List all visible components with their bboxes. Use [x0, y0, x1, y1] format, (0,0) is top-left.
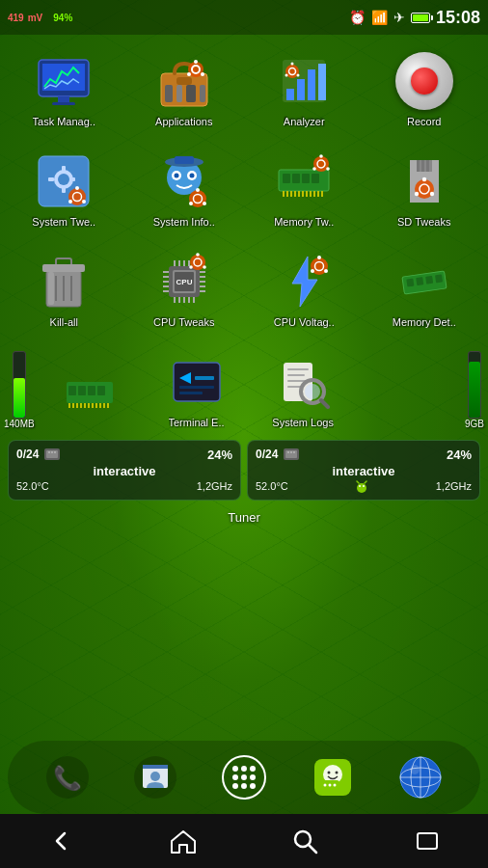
analyzer-icon	[273, 50, 335, 112]
svg-point-191	[250, 783, 256, 789]
svg-rect-129	[425, 276, 433, 285]
app-record[interactable]: Record	[365, 42, 485, 135]
left-vbar-container: 140MB	[4, 351, 35, 429]
app-terminal[interactable]: Terminal E..	[143, 343, 250, 436]
nav-search-button[interactable]	[276, 822, 334, 860]
svg-rect-58	[283, 191, 285, 197]
svg-rect-132	[68, 386, 76, 395]
svg-rect-109	[178, 297, 180, 303]
app-cpu-voltage[interactable]: CPU Voltag..	[244, 243, 365, 336]
cpu-right-icon	[282, 447, 301, 462]
cpu-widget-right[interactable]: 0/24 24% interactive 52.0°C	[247, 440, 480, 501]
svg-point-185	[250, 766, 256, 772]
dock-phone[interactable]: 📞	[39, 748, 96, 806]
svg-rect-98	[200, 271, 205, 273]
cpu-right-pct: 24%	[447, 448, 472, 462]
svg-line-174	[357, 481, 359, 483]
svg-rect-138	[76, 403, 78, 408]
nav-bar	[0, 814, 488, 868]
svg-rect-7	[176, 77, 192, 85]
svg-rect-136	[68, 403, 70, 408]
svg-point-189	[232, 783, 238, 789]
row4-grid: Terminal E..	[37, 343, 463, 436]
svg-rect-18	[286, 89, 294, 100]
nav-home-button[interactable]	[154, 822, 212, 860]
svg-rect-55	[292, 174, 300, 183]
app-grid-row2: System Twe..	[0, 143, 488, 243]
kill-all-icon	[33, 251, 95, 312]
svg-rect-210	[418, 833, 437, 849]
svg-point-38	[82, 200, 86, 203]
svg-point-49	[196, 188, 200, 192]
svg-point-115	[196, 253, 200, 257]
svg-rect-165	[54, 451, 56, 453]
app-applications[interactable]: Applications	[124, 42, 245, 135]
svg-marker-207	[172, 831, 195, 853]
dock-contacts[interactable]	[126, 748, 184, 806]
dock-browser[interactable]	[392, 748, 449, 806]
dock-app-drawer[interactable]	[215, 748, 273, 806]
dock-messages[interactable]	[304, 748, 362, 806]
clock: 15:08	[436, 8, 480, 28]
battery-icon	[411, 13, 430, 23]
left-vbar-fill	[14, 378, 25, 418]
svg-rect-102	[200, 290, 205, 292]
app-system-logs[interactable]: System Logs	[250, 343, 357, 436]
svg-rect-57	[312, 174, 319, 183]
system-tweaks-label: System Twe..	[32, 216, 95, 228]
svg-point-122	[317, 256, 321, 259]
svg-point-77	[415, 179, 434, 199]
svg-rect-108	[174, 297, 176, 303]
svg-rect-31	[62, 166, 66, 172]
svg-rect-127	[406, 279, 414, 287]
svg-point-184	[241, 766, 247, 772]
svg-rect-74	[417, 160, 420, 172]
svg-point-50	[203, 202, 206, 205]
app-ram-widget[interactable]	[37, 343, 144, 436]
app-task-manager[interactable]: Task Manag..	[4, 42, 124, 135]
app-kill-all[interactable]: Kill-all	[4, 243, 124, 336]
svg-rect-100	[200, 281, 205, 283]
right-vbar-container: 9GB	[465, 351, 484, 429]
app-sd-tweaks[interactable]: SD Tweaks	[365, 143, 485, 235]
app-cpu-tweaks[interactable]: CPU	[124, 243, 245, 336]
svg-point-25	[297, 74, 300, 77]
svg-point-72	[326, 167, 330, 171]
svg-rect-130	[435, 274, 443, 283]
cpu-widget-left[interactable]: 0/24 24% interactive 52.0°C 1,2GHz	[8, 440, 241, 501]
app-analyzer[interactable]: Analyzer	[244, 42, 365, 135]
svg-rect-64	[306, 191, 308, 197]
svg-rect-137	[72, 403, 74, 408]
left-vbar	[13, 351, 26, 419]
wifi-icon: 📶	[371, 10, 388, 25]
app-system-tweaks[interactable]: System Twe..	[4, 143, 124, 235]
app-memory-details[interactable]: Memory Det..	[365, 243, 485, 336]
svg-rect-168	[287, 451, 289, 453]
nav-back-button[interactable]	[32, 822, 90, 860]
app-memory-tweaks[interactable]: Memory Tw..	[244, 143, 365, 235]
phone-icon: 📞	[45, 755, 90, 800]
svg-text:📞: 📞	[53, 764, 82, 792]
svg-rect-8	[165, 85, 173, 102]
svg-rect-163	[48, 451, 50, 453]
svg-line-209	[309, 845, 316, 853]
svg-point-172	[359, 485, 361, 487]
nav-recent-button[interactable]	[398, 822, 456, 860]
status-mv-unit: mV	[28, 13, 43, 23]
memory-tweaks-icon	[273, 150, 335, 212]
task-manager-icon	[33, 50, 95, 112]
tuner-label: Tuner	[8, 506, 480, 529]
svg-point-80	[430, 192, 434, 196]
svg-point-81	[415, 192, 419, 196]
svg-rect-169	[290, 451, 292, 453]
right-vbar	[468, 351, 481, 419]
svg-rect-170	[293, 451, 295, 453]
svg-point-159	[305, 384, 320, 399]
svg-rect-133	[78, 386, 86, 395]
svg-point-173	[363, 485, 365, 487]
app-system-info[interactable]: System Info..	[124, 143, 245, 235]
back-icon	[47, 827, 74, 854]
svg-line-160	[321, 400, 328, 407]
svg-rect-75	[421, 160, 424, 172]
svg-rect-97	[163, 290, 169, 292]
